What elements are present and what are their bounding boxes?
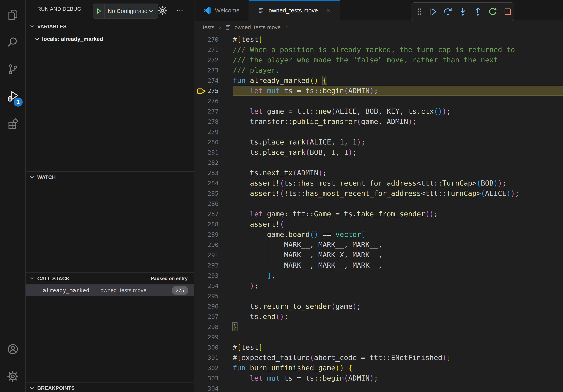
line-number[interactable]: 281 xyxy=(194,147,233,157)
toolbar-drag-handle[interactable] xyxy=(416,7,422,16)
continue-button[interactable] xyxy=(428,7,437,16)
activity-account[interactable] xyxy=(0,336,26,363)
code-text[interactable]: let mut ts = ts::begin(ADMIN); xyxy=(233,86,563,96)
code-text[interactable]: MARK__, MARK__, MARK__, xyxy=(233,240,563,250)
line-number[interactable]: 287 xyxy=(194,209,233,219)
close-icon[interactable] xyxy=(325,8,331,13)
tab-welcome[interactable]: Welcome xyxy=(194,0,249,21)
step-out-button[interactable] xyxy=(473,7,482,16)
activity-source-control[interactable] xyxy=(0,56,26,83)
line-number[interactable]: 295 xyxy=(194,291,233,301)
code-text[interactable] xyxy=(233,198,563,209)
activity-extensions[interactable] xyxy=(0,110,26,137)
code-text[interactable]: MARK__, MARK__, MARK__, xyxy=(233,260,563,270)
code-text[interactable]: fun already_marked() { xyxy=(233,75,563,86)
line-number[interactable]: 293 xyxy=(194,270,233,281)
code-text[interactable] xyxy=(233,127,563,137)
code-text[interactable]: let game = ttt::new(ALICE, BOB, KEY, ts.… xyxy=(233,106,563,117)
line-number[interactable]: 276 xyxy=(194,96,233,106)
code-text[interactable]: game.board() == vector[ xyxy=(233,229,563,240)
line-number[interactable]: 284 xyxy=(194,178,233,188)
line-number[interactable]: 285 xyxy=(194,188,233,198)
code-text[interactable]: transfer::public_transfer(game, ADMIN); xyxy=(233,117,563,127)
line-number[interactable]: 304 xyxy=(194,383,233,392)
line-number[interactable]: 278 xyxy=(194,117,233,127)
line-number[interactable]: 280 xyxy=(194,137,233,147)
start-debug-icon[interactable] xyxy=(93,4,104,18)
code-text[interactable]: ts.next_tx(ADMIN); xyxy=(233,168,563,178)
activity-run-and-debug[interactable]: 1 xyxy=(0,83,26,110)
line-number[interactable]: 288 xyxy=(194,219,233,229)
call-stack-frame-row[interactable]: already_marked owned_tests.move 275 xyxy=(26,284,194,296)
debug-configuration-dropdown[interactable]: No Configurations xyxy=(93,3,158,19)
code-text[interactable]: /// When a position is already marked, t… xyxy=(233,45,563,55)
line-number[interactable]: 296 xyxy=(194,301,233,312)
code-text[interactable]: #[expected_failure(abort_code = ttt::ENo… xyxy=(233,353,563,363)
breadcrumb-folder[interactable]: tests xyxy=(203,24,214,31)
line-number[interactable]: 274 xyxy=(194,75,233,86)
line-number[interactable]: 301 xyxy=(194,353,233,363)
line-number[interactable]: 279 xyxy=(194,127,233,137)
breadcrumb-file[interactable]: owned_tests.move xyxy=(235,24,281,31)
step-over-button[interactable] xyxy=(443,7,452,16)
breadcrumb-symbol[interactable]: ... xyxy=(292,24,296,31)
line-number[interactable]: 299 xyxy=(194,332,233,342)
line-number[interactable]: 283 xyxy=(194,168,233,178)
line-number[interactable]: 297 xyxy=(194,312,233,322)
debug-settings-gear-icon[interactable] xyxy=(158,6,167,15)
restart-button[interactable] xyxy=(488,7,497,16)
code-text[interactable]: ts.place_mark(BOB, 1, 1); xyxy=(233,147,563,157)
code-text[interactable] xyxy=(233,291,563,301)
code-text[interactable]: ts.return_to_sender(game); xyxy=(233,301,563,312)
code-text[interactable]: assert!(ts::has_most_recent_for_address<… xyxy=(233,178,563,188)
line-number[interactable]: 298 xyxy=(194,322,233,332)
line-number[interactable]: 282 xyxy=(194,157,233,168)
line-number[interactable]: 289 xyxy=(194,229,233,240)
line-number[interactable]: 300 xyxy=(194,342,233,353)
line-number[interactable]: 292 xyxy=(194,260,233,270)
activity-explorer[interactable] xyxy=(0,1,26,28)
code-text[interactable]: let mut ts = ts::begin(ADMIN); xyxy=(233,373,563,383)
more-actions-icon[interactable] xyxy=(176,8,184,14)
tab-owned-tests-move[interactable]: owned_tests.move xyxy=(249,0,340,21)
line-number[interactable]: 302 xyxy=(194,363,233,373)
line-number[interactable]: 286 xyxy=(194,198,233,209)
code-text[interactable]: MARK__, MARK_X, MARK__, xyxy=(233,250,563,260)
section-call-stack[interactable]: CALL STACK Paused on entry xyxy=(26,274,194,283)
section-breakpoints[interactable]: BREAKPOINTS xyxy=(26,383,194,392)
code-text[interactable]: ts.place_mark(ALICE, 1, 1); xyxy=(233,137,563,147)
code-text[interactable]: ts.end(); xyxy=(233,312,563,322)
code-text[interactable]: #[test] xyxy=(233,342,563,353)
line-number[interactable]: 303 xyxy=(194,373,233,383)
code-text[interactable]: ); xyxy=(233,281,563,291)
code-text[interactable]: } xyxy=(233,322,563,332)
code-text[interactable]: let game: ttt::Game = ts.take_from_sende… xyxy=(233,209,563,219)
section-variables[interactable]: VARIABLES xyxy=(26,22,194,31)
variables-scope-locals[interactable]: locals: already_marked xyxy=(26,34,194,44)
code-text[interactable]: /// player. xyxy=(233,65,563,75)
line-number[interactable]: 272 xyxy=(194,55,233,65)
section-watch[interactable]: WATCH xyxy=(26,172,194,182)
code-text[interactable] xyxy=(233,383,563,392)
line-number[interactable]: 291 xyxy=(194,250,233,260)
line-number[interactable]: 275 xyxy=(194,86,233,96)
line-number[interactable]: 277 xyxy=(194,106,233,117)
stop-button[interactable] xyxy=(503,7,512,16)
code-text[interactable] xyxy=(233,332,563,342)
activity-settings[interactable] xyxy=(0,363,26,390)
line-number[interactable]: 294 xyxy=(194,281,233,291)
step-into-button[interactable] xyxy=(458,7,467,16)
code-text[interactable]: /// the player who made the "false" move… xyxy=(233,55,563,65)
line-number[interactable]: 290 xyxy=(194,240,233,250)
code-text[interactable] xyxy=(233,96,563,106)
code-text[interactable]: assert!(!ts::has_most_recent_for_address… xyxy=(233,188,563,198)
code-text[interactable]: ], xyxy=(233,270,563,281)
line-number[interactable]: 271 xyxy=(194,45,233,55)
activity-search[interactable] xyxy=(0,28,26,56)
line-number[interactable]: 273 xyxy=(194,65,233,75)
line-number[interactable]: 270 xyxy=(194,34,233,45)
code-text[interactable] xyxy=(233,157,563,168)
code-text[interactable]: fun burn_unfinished_game() { xyxy=(233,363,563,373)
code-text[interactable]: #[test] xyxy=(233,34,563,45)
code-text[interactable]: assert!( xyxy=(233,219,563,229)
